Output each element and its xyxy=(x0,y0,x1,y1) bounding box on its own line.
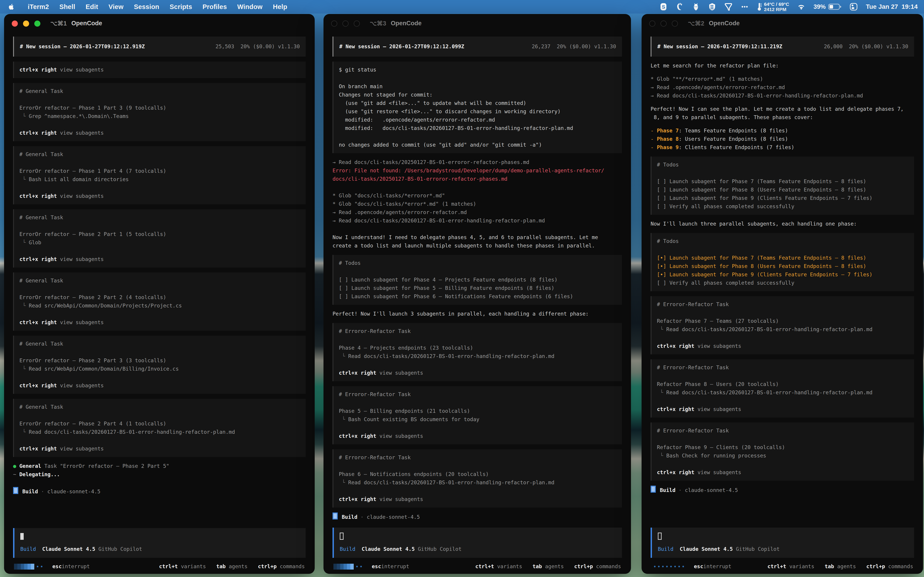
wifi-icon[interactable] xyxy=(797,3,805,11)
terminal-line xyxy=(657,372,909,380)
terminal-line: ctrl+x right view subagents xyxy=(657,468,909,477)
terminal-line xyxy=(339,462,616,470)
esc-key-hint: esc xyxy=(694,562,703,571)
terminal-line: [•] Launch subagent for Phase 7 (Teams F… xyxy=(657,254,909,262)
terminal-line: ErrorOr refactor — Phase 1 Part 3 (9 too… xyxy=(19,104,300,112)
terminal-line: # Erroror-Refactor Task xyxy=(339,390,616,398)
menu-item-view[interactable]: View xyxy=(108,3,123,10)
menu-item-window[interactable]: Window xyxy=(237,3,263,10)
terminal-line: Build · claude-sonnet-4.5 xyxy=(332,513,622,521)
terminal-window: ⌥⌘3OpenCode# New session — 2026-01-27T09… xyxy=(324,14,631,574)
terminal-line: ErrorOr refactor — Phase 1 Part 4 (7 too… xyxy=(19,167,300,175)
control-center-icon[interactable] xyxy=(850,3,858,11)
terminal-line: [ ] Verify all phases completed successf… xyxy=(657,202,909,211)
terminal-line: # Erroror-Refactor Task xyxy=(339,327,616,335)
terminal-window: ⌥⌘1OpenCode# New session — 2026-01-27T09… xyxy=(4,14,315,574)
message-panel: # General Task ErrorOr refactor — Phase … xyxy=(13,210,306,268)
menu-item-shell[interactable]: Shell xyxy=(59,3,75,10)
esc-label: interrupt xyxy=(62,562,90,571)
terminal-line: [ ] Verify all phases completed successf… xyxy=(657,279,909,287)
agent-name: Build xyxy=(20,546,36,552)
close-button[interactable] xyxy=(12,21,18,27)
minimize-button[interactable] xyxy=(23,21,29,27)
message-text: * Glob "**/*erroror*.md" (1 matches)→ Re… xyxy=(651,75,914,100)
terminal-line xyxy=(339,335,616,344)
terminal-line: Now I'll launch three parallel subagents… xyxy=(651,220,914,228)
terminal-line: ctrl+x right view subagents xyxy=(19,318,300,327)
terminal-line: On branch main xyxy=(339,82,616,91)
menu-clock[interactable]: Tue Jan 27 19:14 xyxy=(866,3,918,10)
menu-item-iterm2[interactable]: iTerm2 xyxy=(28,3,49,10)
window-titlebar[interactable]: ⌥⌘2OpenCode xyxy=(642,14,923,33)
zoom-button[interactable] xyxy=(34,21,40,27)
terminal-line: # Erroror-Refactor Task xyxy=(657,300,909,309)
terminal-line xyxy=(657,460,909,468)
temperature-widget[interactable]: 64°C / 69°C 2412 RPM xyxy=(757,2,789,12)
prompt-input[interactable]: Build Claude Sonnet 4.5 GitHub Copilot xyxy=(651,528,914,558)
llama-menu-icon[interactable] xyxy=(692,3,700,11)
session-stats: 25,503 20% ($0.00) v1.1.30 xyxy=(215,42,300,51)
ellipsis-menu-icon[interactable] xyxy=(740,3,749,11)
terminal-line: # General Task xyxy=(19,87,300,95)
apple-menu-icon[interactable] xyxy=(6,3,17,11)
prompt-input[interactable]: Build Claude Sonnet 4.5 GitHub Copilot xyxy=(13,528,306,558)
message-panel: # General Task ErrorOr refactor — Phase … xyxy=(13,399,306,457)
terminal-line: # General Task xyxy=(19,150,300,159)
close-button[interactable] xyxy=(649,21,655,27)
progress-spinner xyxy=(334,564,362,569)
claw-menu-icon[interactable] xyxy=(676,3,684,11)
shortcut-hint: ctrl+p commands xyxy=(574,562,621,571)
model-name: Claude Sonnet 4.5 xyxy=(673,546,733,552)
menu-item-edit[interactable]: Edit xyxy=(85,3,98,10)
terminal-line: - Phase 8: Users Feature Endpoints (8 fi… xyxy=(651,135,914,143)
esc-label: interrupt xyxy=(703,562,732,571)
terminal-line xyxy=(19,285,300,293)
message-panel: ctrl+x right view subagents xyxy=(13,61,306,78)
terminal-line: └ Glob xyxy=(19,239,300,247)
terminal-line xyxy=(332,225,622,233)
shortcut-hint: ctrl+p commands xyxy=(258,562,305,571)
terminal-line: [ ] Launch subagent for Phase 9 (Clients… xyxy=(657,194,909,202)
menu-item-session[interactable]: Session xyxy=(134,3,159,10)
terminal-line: (use "git add <file>..." to update what … xyxy=(339,99,616,107)
close-button[interactable] xyxy=(331,21,337,27)
terminal-line: └ Read docs/cli-tasks/20260127-BS-01-err… xyxy=(657,388,909,397)
terminal-line: └ Read docs/cli-tasks/20260127-BS-01-err… xyxy=(339,479,616,487)
zoom-button[interactable] xyxy=(672,21,678,27)
prompt-cursor-line xyxy=(340,533,616,542)
prompt-input[interactable]: Build Claude Sonnet 4.5 GitHub Copilot xyxy=(332,528,622,558)
terminal-line: # Erroror-Refactor Task xyxy=(339,453,616,462)
terminal-line xyxy=(13,479,306,487)
shortcut-hint: ctrl+t variants xyxy=(159,562,206,571)
window-titlebar[interactable]: ⌥⌘3OpenCode xyxy=(324,14,631,33)
terminal-line: → Read docs/cli-tasks/20260127-BS-01-err… xyxy=(332,216,622,225)
battery-percent: 39% xyxy=(813,3,826,10)
terminal-line: Refactor Phase 7 — Teams (27 toolcalls) xyxy=(657,317,909,325)
window-titlebar[interactable]: ⌥⌘1OpenCode xyxy=(4,14,315,33)
minimize-button[interactable] xyxy=(661,21,667,27)
terminal-line: $ git status xyxy=(339,66,616,74)
keybar-left: esc interrupt xyxy=(651,562,731,571)
shortcut-hint: tab agents xyxy=(825,562,856,571)
terminal-line xyxy=(657,334,909,342)
terminal-line: → Read docs/cli-tasks/20250127-BS-01-err… xyxy=(332,158,622,166)
shape-menu-icon[interactable] xyxy=(724,3,732,11)
zoom-button[interactable] xyxy=(354,21,360,27)
window-bottom: Build Claude Sonnet 4.5 GitHub Copilotes… xyxy=(324,528,631,571)
terminal-line: # Todos xyxy=(339,259,616,267)
grid-menu-icon[interactable] xyxy=(708,3,716,11)
message-panel: # General Task ErrorOr refactor — Phase … xyxy=(13,336,306,394)
terminal-line: [ ] Launch subagent for Phase 7 (Teams F… xyxy=(657,177,909,185)
terminal-line xyxy=(19,159,300,167)
agent-model-line: Build Claude Sonnet 4.5 GitHub Copilot xyxy=(340,545,616,553)
traffic-lights xyxy=(649,21,678,27)
battery-widget[interactable]: 39% xyxy=(813,3,842,10)
cpu-temps: 64°C / 69°C xyxy=(764,2,789,7)
window-app-name: OpenCode xyxy=(391,20,422,27)
menu-item-profiles[interactable]: Profiles xyxy=(203,3,227,10)
agent-model-line: Build Claude Sonnet 4.5 GitHub Copilot xyxy=(20,545,300,553)
menu-item-scripts[interactable]: Scripts xyxy=(169,3,192,10)
minimize-button[interactable] xyxy=(342,21,348,27)
stats-app-icon[interactable]: S xyxy=(660,3,668,11)
menu-item-help[interactable]: Help xyxy=(273,3,287,10)
